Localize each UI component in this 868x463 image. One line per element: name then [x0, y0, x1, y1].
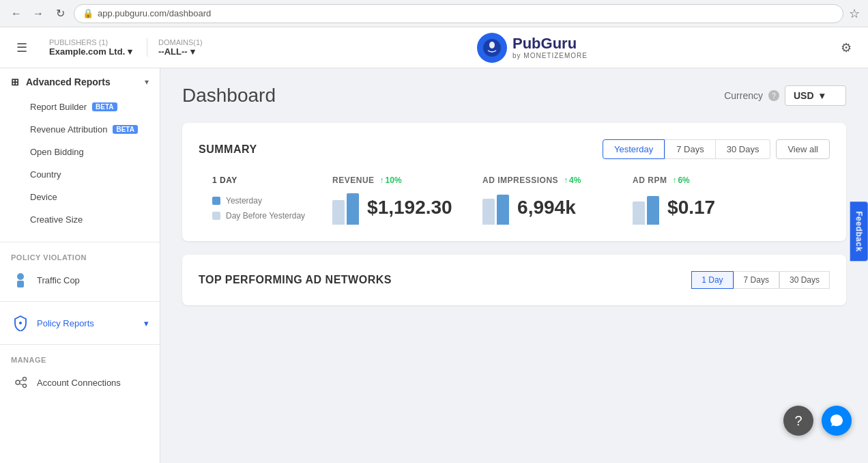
dashboard-content: Dashboard Currency ? USD ▾ SUMMARY Ye	[160, 68, 868, 463]
chevron-down-icon: ▾	[128, 46, 132, 57]
currency-label: Currency	[724, 90, 763, 101]
top-30-days-button[interactable]: 30 Days	[779, 271, 830, 289]
dashboard-header: Dashboard Currency ? USD ▾	[182, 85, 846, 107]
top-performing-header: TOP PERFORMING AD NETWORKS 1 Day 7 Days …	[199, 271, 830, 289]
sidebar-item-report-builder[interactable]: Report Builder BETA	[0, 96, 160, 118]
sidebar-item-device[interactable]: Device	[0, 186, 160, 208]
rpm-bar-chart	[633, 191, 659, 225]
top-time-buttons: 1 Day 7 Days 30 Days	[691, 271, 830, 289]
chat-button[interactable]	[822, 406, 852, 436]
7-days-button[interactable]: 7 Days	[665, 139, 715, 159]
sidebar-item-revenue-attribution[interactable]: Revenue Attribution BETA	[0, 118, 160, 141]
rpm-header: AD RPM ↑ 6%	[633, 176, 755, 185]
period-info: 1 DAY Yesterday Day Before Yesterday	[212, 176, 305, 221]
summary-metrics: 1 DAY Yesterday Day Before Yesterday	[199, 176, 830, 225]
revenue-change-value: 10%	[386, 176, 402, 185]
rpm-curr-bar	[647, 196, 659, 225]
impressions-header: AD IMPRESSIONS ↑ 4%	[482, 176, 605, 185]
grid-icon: ⊞	[11, 76, 19, 87]
impressions-label: AD IMPRESSIONS	[482, 176, 558, 185]
time-controls: Yesterday 7 Days 30 Days View all	[603, 139, 830, 159]
summary-card: SUMMARY Yesterday 7 Days 30 Days View al…	[182, 123, 846, 241]
domains-label: DOMAINS(1)	[158, 38, 218, 46]
currency-help-icon[interactable]: ?	[768, 90, 779, 101]
advanced-reports-section[interactable]: ⊞ Advanced Reports ▾	[0, 68, 160, 96]
advanced-reports-title: ⊞ Advanced Reports	[11, 76, 111, 87]
yesterday-legend-label: Yesterday	[226, 196, 262, 206]
url-text: app.pubguru.com/dashboard	[98, 8, 211, 18]
period-label: 1 DAY	[212, 176, 305, 185]
impressions-curr-bar	[497, 195, 509, 225]
account-connections-label: Account Connections	[37, 378, 121, 388]
impressions-metric: AD IMPRESSIONS ↑ 4% 6,994k	[482, 176, 605, 225]
svg-line-9	[20, 384, 23, 385]
advanced-reports-items: Report Builder BETA Revenue Attribution …	[0, 96, 160, 236]
revenue-label: REVENUE	[332, 176, 375, 185]
lock-icon: 🔒	[83, 8, 93, 18]
policy-violation-label: POLICY VIOLATION	[0, 248, 160, 264]
revenue-metric: REVENUE ↑ 10% $1,192.30	[332, 176, 455, 225]
back-button[interactable]: ←	[8, 5, 25, 22]
svg-point-2	[17, 273, 24, 280]
rpm-value-row: $0.17	[633, 191, 755, 225]
sidebar-item-account-connections[interactable]: Account Connections	[0, 367, 160, 398]
forward-button[interactable]: →	[30, 5, 46, 22]
sidebar-item-traffic-cop[interactable]: Traffic Cop	[0, 264, 160, 296]
up-arrow-icon: ↑	[564, 176, 568, 185]
svg-point-4	[19, 322, 22, 324]
summary-header: SUMMARY Yesterday 7 Days 30 Days View al…	[199, 139, 830, 159]
revenue-change: ↑ 10%	[380, 176, 402, 185]
settings-button[interactable]: ⚙	[835, 38, 857, 58]
revenue-value: $1,192.30	[367, 197, 452, 219]
country-label: Country	[30, 169, 61, 180]
time-buttons: Yesterday 7 Days 30 Days	[603, 139, 771, 159]
beta-badge: BETA	[113, 125, 137, 134]
top-performing-card: TOP PERFORMING AD NETWORKS 1 Day 7 Days …	[182, 255, 846, 305]
svg-line-8	[20, 380, 23, 381]
rpm-metric: AD RPM ↑ 6% $0.17	[633, 176, 755, 225]
policy-reports-icon	[11, 313, 30, 333]
report-builder-label: Report Builder	[30, 102, 87, 112]
revenue-value-row: $1,192.30	[332, 191, 455, 225]
view-all-button[interactable]: View all	[776, 139, 830, 159]
currency-selector: Currency ? USD ▾	[724, 85, 846, 106]
publisher-value[interactable]: Example.com Ltd. ▾	[49, 46, 136, 57]
sidebar-item-policy-reports[interactable]: Policy Reports ▾	[0, 307, 160, 339]
domain-selector[interactable]: DOMAINS(1) --ALL-- ▾	[147, 38, 229, 57]
rpm-change: ↑ 6%	[672, 176, 689, 185]
30-days-button[interactable]: 30 Days	[716, 139, 771, 159]
domain-value[interactable]: --ALL-- ▾	[158, 46, 218, 57]
impressions-bar-chart	[482, 191, 509, 225]
top-7-days-button[interactable]: 7 Days	[734, 271, 779, 289]
creative-size-label: Creative Size	[30, 214, 83, 225]
top-1-day-button[interactable]: 1 Day	[691, 271, 733, 289]
sidebar-item-creative-size[interactable]: Creative Size	[0, 208, 160, 231]
bookmark-icon[interactable]: ☆	[849, 6, 860, 21]
traffic-cop-icon	[11, 270, 30, 290]
legend-yesterday: Yesterday	[212, 196, 305, 206]
refresh-button[interactable]: ↻	[52, 5, 68, 22]
up-arrow-icon: ↑	[672, 176, 676, 185]
revenue-curr-bar	[347, 193, 359, 225]
sidebar-item-country[interactable]: Country	[0, 163, 160, 186]
impressions-value: 6,994k	[517, 197, 576, 219]
beta-badge: BETA	[92, 102, 117, 111]
account-connections-icon	[11, 373, 30, 392]
address-bar[interactable]: 🔒 app.pubguru.com/dashboard	[74, 4, 843, 23]
impressions-change-value: 4%	[569, 176, 581, 185]
publisher-selector[interactable]: PUBLISHERS (1) Example.com Ltd. ▾	[38, 38, 147, 57]
currency-value: USD	[794, 90, 814, 101]
yesterday-button[interactable]: Yesterday	[603, 139, 665, 159]
day-before-legend-label: Day Before Yesterday	[226, 211, 305, 221]
feedback-tab[interactable]: Feedback	[850, 201, 867, 261]
hamburger-button[interactable]: ☰	[11, 38, 33, 58]
divider	[0, 242, 160, 242]
currency-dropdown[interactable]: USD ▾	[785, 85, 846, 106]
help-button[interactable]: ?	[783, 406, 813, 436]
sidebar-item-open-bidding[interactable]: Open Bidding	[0, 141, 160, 163]
rpm-label: AD RPM	[633, 176, 667, 185]
divider	[0, 301, 160, 302]
chevron-down-icon: ▾	[190, 46, 195, 57]
summary-title: SUMMARY	[199, 143, 257, 156]
logo-subtitle: by MONETIZEMORE	[512, 52, 588, 59]
